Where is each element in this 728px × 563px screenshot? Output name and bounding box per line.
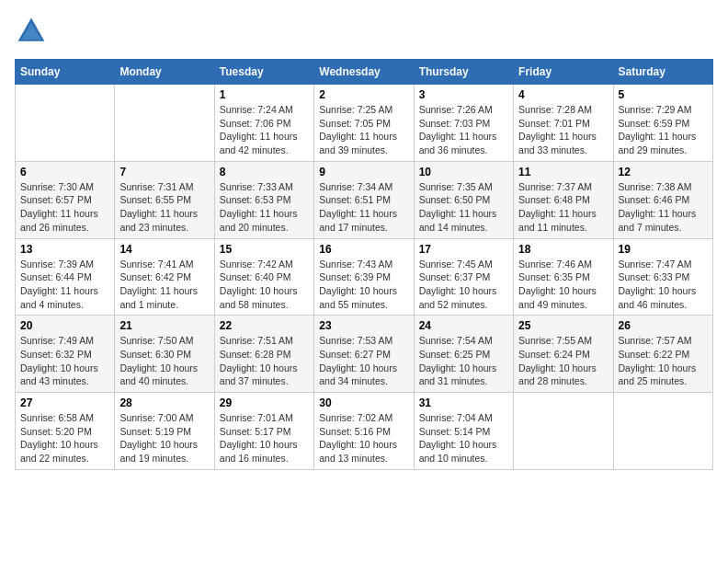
day-number: 27 — [20, 396, 109, 409]
day-info: Sunrise: 7:42 AMSunset: 6:40 PMDaylight:… — [220, 258, 309, 312]
day-number: 7 — [119, 166, 209, 178]
calendar-cell: 16Sunrise: 7:43 AMSunset: 6:39 PMDayligh… — [314, 238, 414, 316]
calendar-cell — [613, 393, 712, 470]
weekday-header-friday: Friday — [514, 60, 613, 85]
day-info: Sunrise: 7:25 AMSunset: 7:05 PMDaylight:… — [319, 103, 408, 157]
day-info: Sunrise: 6:58 AMSunset: 5:20 PMDaylight:… — [20, 411, 109, 465]
calendar-cell: 17Sunrise: 7:45 AMSunset: 6:37 PMDayligh… — [414, 238, 513, 316]
day-info: Sunrise: 7:53 AMSunset: 6:27 PMDaylight:… — [319, 334, 408, 388]
day-number: 28 — [119, 396, 209, 409]
day-info: Sunrise: 7:02 AMSunset: 5:16 PMDaylight:… — [319, 411, 408, 465]
day-number: 8 — [220, 166, 309, 178]
day-info: Sunrise: 7:38 AMSunset: 6:46 PMDaylight:… — [619, 180, 708, 235]
day-info: Sunrise: 7:50 AMSunset: 6:30 PMDaylight:… — [119, 334, 209, 388]
day-info: Sunrise: 7:26 AMSunset: 7:03 PMDaylight:… — [419, 103, 508, 157]
calendar-cell: 28Sunrise: 7:00 AMSunset: 5:19 PMDayligh… — [115, 393, 214, 470]
day-number: 5 — [619, 88, 708, 101]
calendar-cell: 23Sunrise: 7:53 AMSunset: 6:27 PMDayligh… — [314, 316, 414, 393]
calendar-table: SundayMondayTuesdayWednesdayThursdayFrid… — [15, 59, 713, 470]
day-info: Sunrise: 7:24 AMSunset: 7:06 PMDaylight:… — [220, 103, 309, 157]
day-info: Sunrise: 7:01 AMSunset: 5:17 PMDaylight:… — [220, 411, 309, 465]
logo — [15, 15, 50, 48]
day-number: 12 — [619, 166, 708, 178]
calendar-cell: 19Sunrise: 7:47 AMSunset: 6:33 PMDayligh… — [613, 238, 712, 316]
calendar-cell: 4Sunrise: 7:28 AMSunset: 7:01 PMDaylight… — [514, 85, 613, 162]
day-info: Sunrise: 7:54 AMSunset: 6:25 PMDaylight:… — [419, 334, 508, 388]
calendar-cell: 13Sunrise: 7:39 AMSunset: 6:44 PMDayligh… — [16, 238, 115, 316]
calendar-cell: 30Sunrise: 7:02 AMSunset: 5:16 PMDayligh… — [314, 393, 414, 470]
day-number: 29 — [220, 396, 309, 409]
page-header — [15, 15, 713, 48]
day-number: 14 — [119, 243, 209, 256]
day-info: Sunrise: 7:04 AMSunset: 5:14 PMDaylight:… — [419, 411, 508, 465]
calendar-cell — [115, 85, 214, 162]
day-number: 22 — [220, 319, 309, 332]
calendar-cell: 3Sunrise: 7:26 AMSunset: 7:03 PMDaylight… — [414, 85, 513, 162]
calendar-cell — [514, 393, 613, 470]
calendar-cell: 15Sunrise: 7:42 AMSunset: 6:40 PMDayligh… — [214, 238, 313, 316]
day-number: 20 — [20, 319, 109, 332]
day-info: Sunrise: 7:30 AMSunset: 6:57 PMDaylight:… — [20, 180, 109, 235]
calendar-cell: 9Sunrise: 7:34 AMSunset: 6:51 PMDaylight… — [314, 161, 414, 238]
day-info: Sunrise: 7:29 AMSunset: 6:59 PMDaylight:… — [619, 103, 708, 157]
calendar-cell: 7Sunrise: 7:31 AMSunset: 6:55 PMDaylight… — [115, 161, 214, 238]
calendar-cell: 2Sunrise: 7:25 AMSunset: 7:05 PMDaylight… — [314, 85, 414, 162]
weekday-header-tuesday: Tuesday — [214, 60, 313, 85]
calendar-cell: 21Sunrise: 7:50 AMSunset: 6:30 PMDayligh… — [115, 316, 214, 393]
calendar-cell: 25Sunrise: 7:55 AMSunset: 6:24 PMDayligh… — [514, 316, 613, 393]
calendar-cell: 12Sunrise: 7:38 AMSunset: 6:46 PMDayligh… — [613, 161, 712, 238]
logo-icon — [15, 15, 48, 48]
calendar-cell: 29Sunrise: 7:01 AMSunset: 5:17 PMDayligh… — [214, 393, 313, 470]
day-info: Sunrise: 7:35 AMSunset: 6:50 PMDaylight:… — [419, 180, 508, 235]
day-number: 17 — [419, 243, 508, 256]
calendar-cell: 18Sunrise: 7:46 AMSunset: 6:35 PMDayligh… — [514, 238, 613, 316]
calendar-cell: 20Sunrise: 7:49 AMSunset: 6:32 PMDayligh… — [16, 316, 115, 393]
day-info: Sunrise: 7:34 AMSunset: 6:51 PMDaylight:… — [319, 180, 408, 235]
day-number: 15 — [220, 243, 309, 256]
day-number: 31 — [419, 396, 508, 409]
day-number: 24 — [419, 319, 508, 332]
calendar-cell: 8Sunrise: 7:33 AMSunset: 6:53 PMDaylight… — [214, 161, 313, 238]
calendar-cell: 22Sunrise: 7:51 AMSunset: 6:28 PMDayligh… — [214, 316, 313, 393]
calendar-cell: 27Sunrise: 6:58 AMSunset: 5:20 PMDayligh… — [16, 393, 115, 470]
day-info: Sunrise: 7:55 AMSunset: 6:24 PMDaylight:… — [518, 334, 608, 388]
day-info: Sunrise: 7:57 AMSunset: 6:22 PMDaylight:… — [619, 334, 708, 388]
day-number: 9 — [319, 166, 408, 178]
day-number: 13 — [20, 243, 109, 256]
day-info: Sunrise: 7:28 AMSunset: 7:01 PMDaylight:… — [518, 103, 608, 157]
calendar-cell: 14Sunrise: 7:41 AMSunset: 6:42 PMDayligh… — [115, 238, 214, 316]
day-info: Sunrise: 7:00 AMSunset: 5:19 PMDaylight:… — [119, 411, 209, 465]
day-info: Sunrise: 7:41 AMSunset: 6:42 PMDaylight:… — [119, 258, 209, 312]
day-number: 10 — [419, 166, 508, 178]
day-info: Sunrise: 7:37 AMSunset: 6:48 PMDaylight:… — [518, 180, 608, 235]
day-number: 3 — [419, 88, 508, 101]
day-number: 30 — [319, 396, 408, 409]
calendar-cell: 6Sunrise: 7:30 AMSunset: 6:57 PMDaylight… — [16, 161, 115, 238]
day-number: 4 — [518, 88, 608, 101]
day-number: 16 — [319, 243, 408, 256]
day-info: Sunrise: 7:46 AMSunset: 6:35 PMDaylight:… — [518, 258, 608, 312]
day-number: 26 — [619, 319, 708, 332]
weekday-header-thursday: Thursday — [414, 60, 513, 85]
day-info: Sunrise: 7:49 AMSunset: 6:32 PMDaylight:… — [20, 334, 109, 388]
day-info: Sunrise: 7:51 AMSunset: 6:28 PMDaylight:… — [220, 334, 309, 388]
day-number: 6 — [20, 166, 109, 178]
day-number: 1 — [220, 88, 309, 101]
day-info: Sunrise: 7:47 AMSunset: 6:33 PMDaylight:… — [619, 258, 708, 312]
calendar-cell: 24Sunrise: 7:54 AMSunset: 6:25 PMDayligh… — [414, 316, 513, 393]
calendar-cell: 5Sunrise: 7:29 AMSunset: 6:59 PMDaylight… — [613, 85, 712, 162]
calendar-cell: 1Sunrise: 7:24 AMSunset: 7:06 PMDaylight… — [214, 85, 313, 162]
calendar-cell: 26Sunrise: 7:57 AMSunset: 6:22 PMDayligh… — [613, 316, 712, 393]
day-number: 23 — [319, 319, 408, 332]
weekday-header-wednesday: Wednesday — [314, 60, 414, 85]
day-info: Sunrise: 7:33 AMSunset: 6:53 PMDaylight:… — [220, 180, 309, 235]
day-info: Sunrise: 7:31 AMSunset: 6:55 PMDaylight:… — [119, 180, 209, 235]
calendar-cell: 11Sunrise: 7:37 AMSunset: 6:48 PMDayligh… — [514, 161, 613, 238]
day-info: Sunrise: 7:39 AMSunset: 6:44 PMDaylight:… — [20, 258, 109, 312]
weekday-header-saturday: Saturday — [613, 60, 712, 85]
day-number: 18 — [518, 243, 608, 256]
calendar-cell — [16, 85, 115, 162]
calendar-cell: 10Sunrise: 7:35 AMSunset: 6:50 PMDayligh… — [414, 161, 513, 238]
day-info: Sunrise: 7:45 AMSunset: 6:37 PMDaylight:… — [419, 258, 508, 312]
day-info: Sunrise: 7:43 AMSunset: 6:39 PMDaylight:… — [319, 258, 408, 312]
